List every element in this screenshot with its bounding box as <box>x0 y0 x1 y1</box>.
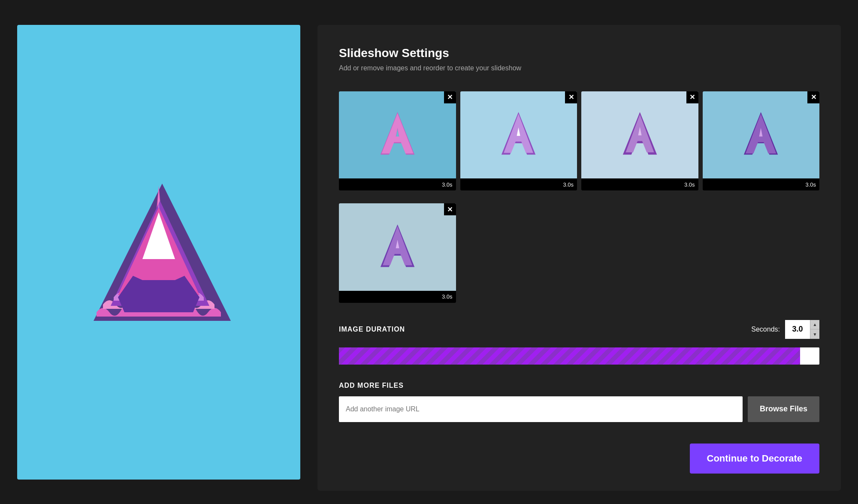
duration-right: Seconds: ▲ ▼ <box>751 320 819 339</box>
thumbnail-2: ✕ 3.0s <box>460 91 577 191</box>
thumbnail-3-image <box>581 91 698 179</box>
thumbnail-5: ✕ 3.0s <box>339 203 456 303</box>
thumbnail-empty-1 <box>460 203 577 303</box>
image-grid-row1: ✕ 3.0s ✕ <box>339 91 819 191</box>
settings-panel: Slideshow Settings Add or remove images … <box>317 25 841 491</box>
thumb-2-letter <box>480 106 556 163</box>
thumbnail-empty-3 <box>703 203 820 303</box>
add-files-row: Browse Files <box>339 396 819 422</box>
duration-row: IMAGE DURATION Seconds: ▲ ▼ <box>339 320 819 339</box>
panel-header: Slideshow Settings Add or remove images … <box>339 46 819 72</box>
thumbnail-3: ✕ 3.0s <box>581 91 698 191</box>
spinner-down-button[interactable]: ▼ <box>810 329 819 339</box>
thumbnail-2-image <box>460 91 577 179</box>
url-input[interactable] <box>339 396 743 422</box>
thumb-3-letter <box>602 106 678 163</box>
thumbnail-1-close[interactable]: ✕ <box>444 91 456 103</box>
thumb-1-letter <box>360 106 435 163</box>
thumbnail-3-duration: 3.0s <box>581 178 698 190</box>
thumbnail-1-image <box>339 91 456 179</box>
progress-bar-fill <box>339 347 800 365</box>
thumb-4-letter <box>723 106 799 163</box>
main-container: Slideshow Settings Add or remove images … <box>9 16 849 488</box>
duration-section: IMAGE DURATION Seconds: ▲ ▼ <box>339 320 819 365</box>
continue-to-decorate-button[interactable]: Continue to Decorate <box>690 444 819 474</box>
browse-files-button[interactable]: Browse Files <box>748 396 819 422</box>
duration-spinners: ▲ ▼ <box>810 320 819 339</box>
thumbnail-empty-2 <box>581 203 698 303</box>
thumb-5-letter <box>360 219 435 275</box>
image-grid-row2: ✕ 3.0s <box>339 203 819 303</box>
continue-btn-wrapper: Continue to Decorate <box>339 444 819 474</box>
duration-progress-bar[interactable] <box>339 347 819 365</box>
thumbnail-3-close[interactable]: ✕ <box>686 91 698 103</box>
thumbnail-4-image <box>703 91 820 179</box>
thumbnail-2-duration: 3.0s <box>460 178 577 190</box>
preview-panel <box>17 25 300 480</box>
add-files-label: ADD MORE FILES <box>339 382 819 389</box>
preview-image <box>17 25 300 480</box>
spinner-up-button[interactable]: ▲ <box>810 320 819 330</box>
duration-label: IMAGE DURATION <box>339 326 405 333</box>
thumbnail-4-duration: 3.0s <box>703 178 820 190</box>
duration-input-wrapper: ▲ ▼ <box>785 320 819 339</box>
preview-letter-a <box>69 162 249 342</box>
thumbnail-5-duration: 3.0s <box>339 291 456 303</box>
thumbnail-4: ✕ 3.0s <box>703 91 820 191</box>
thumbnail-4-close[interactable]: ✕ <box>807 91 819 103</box>
add-files-section: ADD MORE FILES Browse Files <box>339 382 819 422</box>
thumbnail-1: ✕ 3.0s <box>339 91 456 191</box>
seconds-label: Seconds: <box>751 326 780 333</box>
panel-title: Slideshow Settings <box>339 46 819 60</box>
panel-subtitle: Add or remove images and reorder to crea… <box>339 64 819 72</box>
thumbnail-5-image <box>339 203 456 291</box>
thumbnail-2-close[interactable]: ✕ <box>565 91 577 103</box>
thumbnail-1-duration: 3.0s <box>339 178 456 190</box>
thumbnail-5-close[interactable]: ✕ <box>444 203 456 215</box>
